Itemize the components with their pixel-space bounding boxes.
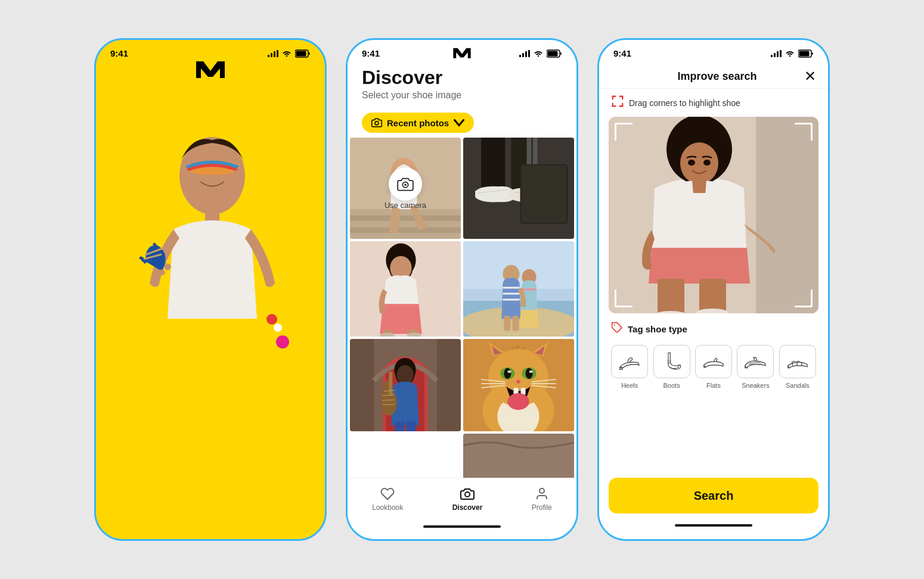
camera-use-icon	[397, 177, 414, 191]
search-image-container[interactable]	[609, 117, 818, 313]
flats-box	[695, 345, 732, 378]
cat-image	[463, 339, 574, 431]
musician-photo[interactable]	[350, 339, 461, 431]
signal-icon-2	[519, 50, 530, 57]
shoe-type-boots[interactable]: Boots	[653, 345, 690, 389]
home-indicator-3	[675, 524, 752, 527]
shoe-type-sandals[interactable]: Sandals	[779, 345, 816, 389]
m-logo-icon	[195, 58, 226, 79]
sandals-box	[779, 345, 816, 378]
shoe-photo[interactable]	[463, 138, 574, 239]
dot-red	[266, 314, 277, 325]
svg-point-62	[529, 371, 533, 373]
dot-white	[274, 323, 282, 332]
search-button[interactable]: Search	[609, 478, 818, 513]
shoe-types-row: Heels Boots	[611, 345, 816, 389]
cat-photo[interactable]	[463, 339, 574, 431]
svg-rect-91	[658, 279, 684, 313]
svg-rect-84	[756, 117, 818, 313]
flats-icon	[702, 351, 725, 372]
search-button-label: Search	[694, 489, 734, 503]
heart-icon	[380, 487, 395, 501]
svg-rect-79	[780, 50, 782, 57]
couple-beach-image	[463, 241, 574, 337]
svg-rect-73	[463, 434, 574, 478]
svg-point-59	[504, 368, 511, 379]
battery-icon-2	[547, 49, 562, 58]
status-time-2: 9:41	[362, 48, 380, 58]
improve-search-content: Improve search ✕ Drag corners to highlig…	[599, 62, 828, 531]
svg-rect-78	[777, 51, 779, 57]
svg-rect-49	[389, 372, 392, 396]
boots-label: Boots	[663, 382, 680, 389]
crop-bracket-br[interactable]	[795, 290, 813, 307]
heels-label: Heels	[621, 382, 638, 389]
woman-svg	[96, 110, 325, 539]
shoe-type-flats[interactable]: Flats	[695, 345, 732, 389]
camera-cell[interactable]: Use camera	[350, 138, 461, 239]
discover-content: Discover Select your shoe image Recent p…	[348, 62, 576, 531]
use-camera-label: Use camera	[385, 201, 426, 210]
musician-image	[350, 339, 461, 431]
search-hint-row: Drag corners to highlight shoe	[599, 89, 828, 117]
shoe-type-heels[interactable]: Heels	[611, 345, 648, 389]
crop-bracket-bl[interactable]	[615, 290, 632, 307]
svg-rect-50	[395, 421, 404, 431]
boots-box	[653, 345, 690, 378]
logo-center	[452, 46, 472, 61]
crop-bracket-tr[interactable]	[795, 123, 813, 141]
nav-discover[interactable]: Discover	[452, 487, 483, 512]
close-button[interactable]: ✕	[804, 69, 816, 83]
discover-title: Discover	[362, 67, 562, 89]
nav-lookbook-label: Lookbook	[372, 503, 403, 512]
nav-profile[interactable]: Profile	[532, 487, 552, 512]
phone-3-search: 9:41 Improve search ✕	[597, 38, 830, 541]
svg-rect-42	[512, 316, 519, 331]
svg-point-48	[396, 365, 413, 384]
heels-box	[611, 345, 648, 378]
dot-pink	[276, 335, 289, 348]
sneakers-icon	[743, 351, 767, 372]
svg-rect-76	[771, 55, 773, 57]
status-bar-2: 9:41	[348, 40, 576, 62]
crop-bracket-tl[interactable]	[615, 123, 632, 141]
status-bar-3: 9:41	[599, 40, 828, 62]
svg-rect-11	[528, 50, 530, 57]
partial-image	[463, 434, 574, 478]
discover-header: Discover Select your shoe image	[348, 62, 576, 108]
splash-woman-figure	[96, 88, 325, 539]
wifi-icon-3	[785, 50, 795, 57]
svg-rect-41	[504, 316, 510, 331]
camera-filter-icon	[371, 117, 382, 128]
battery-icon-3	[798, 49, 814, 58]
woman-pink-photo[interactable]	[350, 241, 461, 337]
app-logo	[195, 58, 226, 82]
shoe-closeup-image	[463, 138, 574, 239]
couple-photo[interactable]	[463, 241, 574, 337]
nav-profile-label: Profile	[532, 503, 552, 512]
chevron-down-icon	[454, 117, 464, 128]
svg-point-65	[507, 393, 529, 410]
svg-rect-92	[699, 279, 726, 313]
discover-subtitle: Select your shoe image	[362, 90, 562, 101]
sandals-label: Sandals	[786, 382, 810, 389]
svg-point-61	[507, 371, 511, 373]
svg-point-75	[539, 488, 544, 493]
camera-nav-icon	[460, 487, 475, 501]
signal-icon-3	[771, 50, 782, 57]
status-icons-2	[519, 49, 562, 58]
bottom-partial-photo[interactable]	[463, 434, 574, 478]
person-icon	[535, 487, 549, 501]
status-icons-3	[771, 49, 814, 58]
improve-search-title: Improve search	[677, 70, 756, 83]
svg-rect-28	[522, 166, 567, 223]
svg-rect-9	[522, 53, 524, 57]
shoe-type-sneakers[interactable]: Sneakers	[737, 345, 774, 389]
phone-1-splash: 9:41	[94, 38, 327, 541]
recent-photos-filter[interactable]: Recent photos	[362, 113, 474, 133]
nav-lookbook[interactable]: Lookbook	[372, 487, 403, 512]
home-indicator-2	[423, 525, 501, 528]
svg-point-23	[404, 183, 407, 186]
sandals-icon	[786, 351, 810, 372]
svg-rect-81	[799, 51, 810, 56]
